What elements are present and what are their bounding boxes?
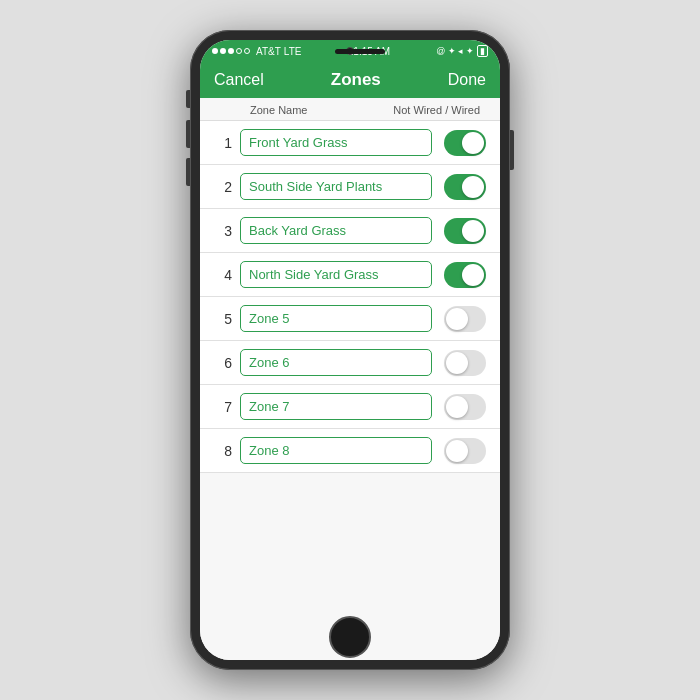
toggle-wrap bbox=[444, 218, 486, 244]
wired-toggle[interactable] bbox=[444, 306, 486, 332]
toggle-wrap bbox=[444, 174, 486, 200]
cancel-button[interactable]: Cancel bbox=[214, 71, 264, 89]
toggle-knob bbox=[446, 352, 468, 374]
phone-outer: AT&T LTE 11:15 AM @ ✦ ◂ ✦ ▮ Cancel Zones… bbox=[190, 30, 510, 670]
toggle-wrap bbox=[444, 306, 486, 332]
nav-title: Zones bbox=[331, 70, 381, 90]
home-button[interactable] bbox=[329, 616, 371, 658]
zone-number: 8 bbox=[214, 443, 232, 459]
carrier-label: AT&T bbox=[256, 46, 281, 57]
wired-toggle[interactable] bbox=[444, 218, 486, 244]
toggle-knob bbox=[446, 308, 468, 330]
zone-number: 5 bbox=[214, 311, 232, 327]
zone-number: 6 bbox=[214, 355, 232, 371]
zone-name-input[interactable] bbox=[240, 261, 432, 288]
mute-switch[interactable] bbox=[186, 90, 190, 108]
toggle-knob bbox=[446, 396, 468, 418]
wired-toggle[interactable] bbox=[444, 350, 486, 376]
zone-number: 1 bbox=[214, 135, 232, 151]
zone-number: 7 bbox=[214, 399, 232, 415]
nav-bar: Cancel Zones Done bbox=[200, 62, 500, 98]
column-headers: Zone Name Not Wired / Wired bbox=[200, 98, 500, 121]
wired-toggle[interactable] bbox=[444, 394, 486, 420]
zone-row: 2 bbox=[200, 165, 500, 209]
zone-row: 7 bbox=[200, 385, 500, 429]
zone-name-input[interactable] bbox=[240, 217, 432, 244]
zone-row: 1 bbox=[200, 121, 500, 165]
wired-toggle[interactable] bbox=[444, 438, 486, 464]
status-right: @ ✦ ◂ ✦ ▮ bbox=[436, 45, 488, 57]
toggle-wrap bbox=[444, 130, 486, 156]
wired-header: Not Wired / Wired bbox=[393, 104, 480, 116]
side-button[interactable] bbox=[510, 130, 514, 170]
toggle-knob bbox=[446, 440, 468, 462]
toggle-knob bbox=[462, 132, 484, 154]
toggle-wrap bbox=[444, 350, 486, 376]
toggle-wrap bbox=[444, 394, 486, 420]
zone-name-input[interactable] bbox=[240, 173, 432, 200]
zone-name-input[interactable] bbox=[240, 437, 432, 464]
toggle-knob bbox=[462, 264, 484, 286]
vol-down-button[interactable] bbox=[186, 158, 190, 186]
zone-number: 2 bbox=[214, 179, 232, 195]
network-type: LTE bbox=[284, 46, 302, 57]
toggle-knob bbox=[462, 220, 484, 242]
zone-row: 6 bbox=[200, 341, 500, 385]
done-button[interactable]: Done bbox=[448, 71, 486, 89]
zone-name-input[interactable] bbox=[240, 349, 432, 376]
wired-toggle[interactable] bbox=[444, 262, 486, 288]
zone-list: 12345678 bbox=[200, 121, 500, 660]
zone-number: 3 bbox=[214, 223, 232, 239]
phone-screen: AT&T LTE 11:15 AM @ ✦ ◂ ✦ ▮ Cancel Zones… bbox=[200, 40, 500, 660]
zone-row: 5 bbox=[200, 297, 500, 341]
zone-name-input[interactable] bbox=[240, 129, 432, 156]
toggle-knob bbox=[462, 176, 484, 198]
zone-name-input[interactable] bbox=[240, 393, 432, 420]
status-left: AT&T LTE bbox=[212, 46, 301, 57]
wired-toggle[interactable] bbox=[444, 174, 486, 200]
vol-up-button[interactable] bbox=[186, 120, 190, 148]
zone-row: 3 bbox=[200, 209, 500, 253]
zone-name-input[interactable] bbox=[240, 305, 432, 332]
zone-row: 8 bbox=[200, 429, 500, 473]
wired-toggle[interactable] bbox=[444, 130, 486, 156]
toggle-wrap bbox=[444, 262, 486, 288]
toggle-wrap bbox=[444, 438, 486, 464]
zone-number: 4 bbox=[214, 267, 232, 283]
zone-row: 4 bbox=[200, 253, 500, 297]
speaker bbox=[335, 49, 385, 54]
zone-name-header: Zone Name bbox=[250, 104, 307, 116]
